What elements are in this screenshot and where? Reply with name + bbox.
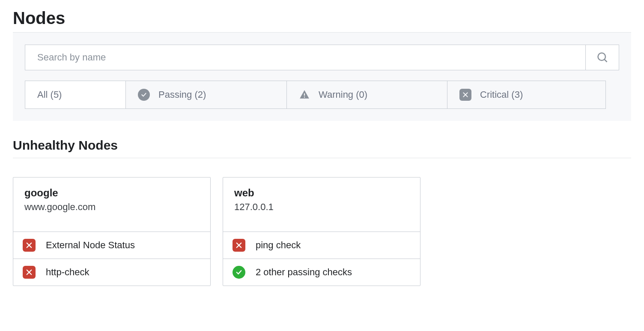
node-name: web [234, 187, 409, 199]
node-card[interactable]: google www.google.com External Node Stat… [13, 177, 211, 286]
search-input[interactable] [25, 45, 586, 70]
filter-tab-label: All (5) [37, 89, 62, 100]
check-label: http-check [46, 267, 89, 278]
node-cards: google www.google.com External Node Stat… [13, 177, 631, 286]
check-circle-icon [138, 89, 150, 101]
filter-tab-label: Passing (2) [158, 89, 206, 100]
filter-tab-label: Warning (0) [319, 89, 367, 100]
check-label: 2 other passing checks [256, 267, 352, 278]
node-address: www.google.com [24, 202, 199, 213]
filter-tabs: All (5) Passing (2) Warning (0) Critical… [25, 81, 619, 109]
check-row: http-check [13, 259, 210, 286]
page-title: Nodes [13, 9, 631, 28]
node-name: google [24, 187, 199, 199]
filter-tab-passing[interactable]: Passing (2) [126, 81, 287, 109]
section-divider [13, 158, 631, 158]
search-row [25, 45, 619, 70]
check-label: External Node Status [46, 240, 135, 251]
x-square-icon [459, 89, 471, 101]
node-address: 127.0.0.1 [234, 202, 409, 213]
section-title: Unhealthy Nodes [13, 138, 631, 153]
critical-icon [23, 239, 36, 252]
critical-icon [233, 239, 245, 252]
check-row: External Node Status [13, 232, 210, 259]
filter-tab-label: Critical (3) [480, 89, 523, 100]
svg-rect-2 [304, 93, 305, 96]
node-card-header: web 127.0.0.1 [223, 178, 420, 232]
search-icon [596, 51, 608, 63]
filter-tab-critical[interactable]: Critical (3) [447, 81, 606, 109]
filter-tab-all[interactable]: All (5) [25, 81, 126, 109]
warning-triangle-icon [299, 89, 310, 100]
critical-icon [23, 266, 36, 279]
node-card-header: google www.google.com [13, 178, 210, 232]
svg-point-0 [598, 53, 605, 61]
node-card[interactable]: web 127.0.0.1 ping check 2 other passing… [223, 177, 420, 286]
svg-line-1 [604, 60, 607, 62]
search-button[interactable] [586, 45, 619, 70]
check-row: 2 other passing checks [223, 259, 420, 286]
filter-bar: All (5) Passing (2) Warning (0) Critical… [13, 32, 631, 121]
check-label: ping check [256, 240, 301, 251]
filter-tab-warning[interactable]: Warning (0) [287, 81, 447, 109]
passing-icon [233, 266, 245, 279]
svg-rect-3 [304, 96, 305, 97]
check-row: ping check [223, 232, 420, 259]
